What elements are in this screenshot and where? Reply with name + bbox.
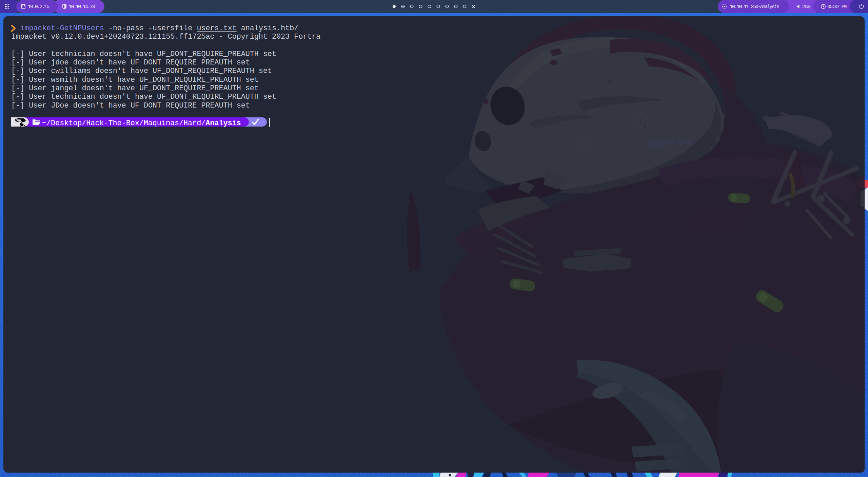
svg-text:10.0.2.15: 10.0.2.15 (28, 4, 50, 10)
svg-text:~/Desktop/Hack-The-Box/Maquina: ~/Desktop/Hack-The-Box/Maquinas/Hard/Ana… (42, 119, 241, 128)
svg-text:05:07 PM: 05:07 PM (827, 4, 847, 10)
svg-text:10.10.11.250-Analysis: 10.10.11.250-Analysis (730, 4, 779, 10)
svg-text:25%: 25% (802, 4, 810, 10)
svg-text:10.10.14.73: 10.10.14.73 (69, 4, 95, 10)
